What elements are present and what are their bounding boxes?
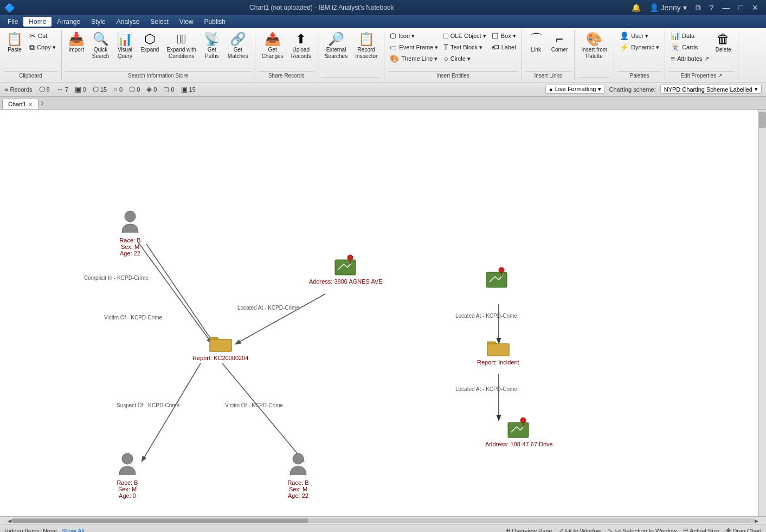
report1-icon [209,332,233,354]
h-scrollbar[interactable]: ◂ ▸ [0,516,766,524]
copy-icon: ⧉ [29,43,35,52]
window-controls[interactable]: 🔔 👤 Jenny ▾ ⧉ ? — □ ✕ [628,3,762,12]
event-frame-button[interactable]: ▭ Event Frame ▾ [388,42,440,53]
insert-palette-button[interactable]: 🎨 Insert fromPalette [578,30,610,62]
menu-home[interactable]: Home [23,17,52,27]
node-person3[interactable]: Race: BSex: MAge: 22 [287,452,309,499]
node-person1[interactable]: Race: BSex: MAge: 22 [119,210,141,257]
user-menu[interactable]: 👤 Jenny ▾ [646,3,690,12]
record-inspector-button[interactable]: 📋 RecordInspector [352,30,381,62]
ribbon-group-share: 📤 GetChanges ⬆ UploadRecords Share Recor… [255,30,318,80]
label-button[interactable]: 🏷 Label [490,42,518,53]
svg-line-3 [142,363,201,461]
box-button[interactable]: ☐ Box ▾ [490,30,518,41]
count-3: ▣ 0 [75,85,86,93]
store-icon[interactable]: ⧉ [692,3,704,12]
svg-rect-11 [210,339,231,351]
get-matches-button[interactable]: 🔗 GetMatches [224,30,252,62]
menu-analyse[interactable]: Analyse [111,17,145,27]
fit-window-button[interactable]: ⤢ Fit to Window [559,527,602,532]
count-6: ⬡ 0 [129,85,140,93]
paste-button[interactable]: 📋 Paste [3,30,26,55]
v-scrollbar[interactable] [758,110,766,516]
node-report2[interactable]: Report: Incident [477,336,519,366]
ribbon-group-palette: 🎨 Insert fromPalette [575,30,614,80]
scroll-left-btn[interactable]: ◂ [8,516,11,525]
show-all-button[interactable]: Show All [61,528,84,533]
overview-pane-button[interactable]: ⊞ Overview Pane [505,527,552,532]
cut-button[interactable]: ✂ Cut [27,30,58,41]
attributes-button[interactable]: ≡ Attributes ↗ [668,53,711,64]
node-report1[interactable]: Report: KC20000204 [192,332,248,361]
person2-label: Race: BSex: MAge: 0 [117,479,138,499]
node-address1[interactable]: Address: 3800 AGNES AVE [309,253,383,285]
import-button[interactable]: 📥 Import [65,30,88,55]
menu-view[interactable]: View [174,17,199,27]
chart-canvas[interactable]: Complicit In - KCPD-Crime Victim Of - KC… [0,110,766,516]
overview-icon: ⊞ [505,527,510,532]
scroll-right-btn[interactable]: ▸ [755,516,758,525]
bottom-left: Hidden Items: None Show All [4,528,84,533]
edge-label-located3: Located At - KCPD-Crime [455,386,517,392]
maximize-button[interactable]: □ [736,3,746,12]
close-button[interactable]: ✕ [749,3,762,12]
charting-scheme-button[interactable]: NYPD Charting Scheme Labelled ▾ [660,85,762,94]
svg-line-0 [138,242,211,343]
edge-label-complicit: Complicit In - KCPD-Crime [84,275,149,281]
node-address2[interactable] [485,266,509,290]
share-records-label: Share Records [259,71,314,80]
h-scrollbar-thumb[interactable] [11,518,308,523]
address1-icon [334,253,358,277]
ole-icon: □ [443,31,448,40]
upload-records-button[interactable]: ⬆ UploadRecords [288,30,314,62]
bell-icon[interactable]: 🔔 [628,3,644,12]
count-entities: ⬡ 8 [39,85,50,93]
ole-object-button[interactable]: □ OLE Object ▾ [441,30,488,41]
delete-button[interactable]: 🗑 Delete [712,30,735,55]
theme-line-button[interactable]: 🎨 Theme Line ▾ [388,53,440,64]
icon-button[interactable]: ⬡ Icon ▾ [388,30,440,41]
cards-button[interactable]: 🃏 Cards [668,42,711,53]
external-searches-button[interactable]: 🔎 ExternalSearches [321,30,351,62]
circle-button[interactable]: ○ Circle ▾ [441,53,488,64]
fit-selection-button[interactable]: ⤡ Fit Selection to Window [608,527,677,532]
svg-rect-14 [486,272,507,287]
expand-conditions-button[interactable]: ⬡⃝ Expand withConditions [163,30,199,62]
menu-file[interactable]: File [2,17,23,27]
help-icon[interactable]: ? [706,3,717,12]
get-paths-button[interactable]: 📡 GetPaths [201,30,223,62]
menu-publish[interactable]: Publish [199,17,231,27]
menu-select[interactable]: Select [145,17,173,27]
external-searches-icon: 🔎 [328,33,344,46]
menu-arrange[interactable]: Arrange [52,17,86,27]
quick-search-button[interactable]: 🔍 QuickSearch [89,30,113,62]
copy-button[interactable]: ⧉ Copy ▾ [27,42,58,53]
actual-size-button[interactable]: ⊟ Actual Size [683,527,719,532]
chart1-tab-close[interactable]: ✕ [28,101,33,107]
minimize-button[interactable]: — [719,3,733,12]
link-button[interactable]: ⌒ Link [525,30,547,55]
drag-chart-button[interactable]: ✥ Drag Chart [726,527,762,532]
node-person2[interactable]: Race: BSex: MAge: 0 [117,452,138,499]
count-4: ⬡ 15 [93,85,107,93]
svg-point-13 [293,453,304,464]
dynamic-palette-button[interactable]: ⚡ Dynamic ▾ [617,42,661,53]
circle-icon: ○ [443,54,448,63]
expand-button[interactable]: ⬡ Expand [137,30,162,55]
v-scrollbar-thumb[interactable] [759,112,766,128]
user-palette-button[interactable]: 👤 User ▾ [617,30,661,41]
get-changes-button[interactable]: 📤 GetChanges [259,30,287,62]
node-address3[interactable]: Address: 108-47 67 Drive [485,416,553,447]
svg-point-15 [499,267,504,273]
edges-svg [0,110,766,516]
chart1-tab[interactable]: Chart1 ✕ [2,99,38,109]
records-label: Records [10,86,33,93]
menu-style[interactable]: Style [86,17,111,27]
text-block-button[interactable]: T Text Block ▾ [441,42,488,53]
report2-label: Report: Incident [477,359,519,366]
visual-query-button[interactable]: 📊 VisualQuery [113,30,136,62]
data-button[interactable]: 📊 Data [668,30,711,41]
live-formatting-button[interactable]: ● Live Formatting ▾ [545,85,605,94]
scroll-right-icon[interactable]: › [38,97,46,108]
corner-button[interactable]: ⌐ Corner [548,30,571,55]
